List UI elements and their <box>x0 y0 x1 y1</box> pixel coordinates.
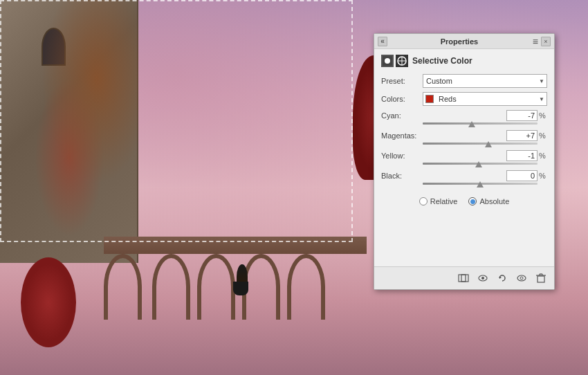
tree-foliage <box>21 257 76 347</box>
magentas-track[interactable] <box>423 143 538 145</box>
absolute-radio[interactable] <box>468 197 477 205</box>
relative-label: Relative <box>430 197 458 205</box>
reset-button[interactable] <box>495 271 510 286</box>
relative-option[interactable]: Relative <box>419 197 458 205</box>
magentas-thumb[interactable] <box>485 141 492 147</box>
svg-point-6 <box>481 277 484 280</box>
method-section: Relative Absolute <box>381 192 547 205</box>
selective-color-title: Selective Color <box>412 56 472 66</box>
colors-select-wrapper[interactable]: Reds Yellows Greens Cyans Blues Magentas… <box>423 92 547 106</box>
panel-title-left: « <box>378 37 387 46</box>
bridge-arch <box>152 254 190 320</box>
layer-icons <box>381 55 408 67</box>
magentas-track-container <box>381 143 547 145</box>
black-label: Black: <box>381 172 423 180</box>
magentas-label-row: Magentas: +7 % <box>381 130 547 141</box>
vine-overlay <box>0 0 138 263</box>
reset-icon <box>497 273 508 284</box>
relative-radio[interactable] <box>419 197 428 205</box>
svg-point-9 <box>520 277 523 280</box>
magentas-unit: % <box>539 131 547 140</box>
preset-select[interactable]: Custom <box>423 74 547 88</box>
eye-icon <box>477 273 488 284</box>
yellow-track[interactable] <box>423 163 538 165</box>
panel-toolbar <box>374 266 554 289</box>
panel-menu-button[interactable]: ≡ <box>533 36 538 47</box>
svg-rect-10 <box>538 276 544 282</box>
yellow-label-row: Yellow: -1 % <box>381 150 547 161</box>
cyan-track[interactable] <box>423 122 538 125</box>
black-value[interactable]: 0 <box>506 170 538 181</box>
clip-icon <box>458 273 469 284</box>
svg-rect-4 <box>461 275 468 282</box>
panel-title: Properties <box>441 37 478 46</box>
visibility-button[interactable] <box>475 271 490 286</box>
tree-left <box>21 257 76 361</box>
colors-label: Colors: <box>381 95 423 103</box>
black-track-container <box>381 183 547 185</box>
properties-panel: « Properties ≡ × Selective Color Preset: <box>374 33 555 290</box>
preview-button[interactable] <box>514 271 529 286</box>
preset-label: Preset: <box>381 77 423 85</box>
cyan-thumb[interactable] <box>468 121 475 127</box>
cyan-unit: % <box>539 111 547 120</box>
svg-rect-3 <box>459 275 466 282</box>
yellow-value[interactable]: -1 <box>506 150 538 161</box>
figure <box>235 264 249 295</box>
clip-to-layer-button[interactable] <box>456 271 471 286</box>
svg-point-8 <box>517 275 526 281</box>
cyan-label-row: Cyan: -7 % <box>381 110 547 121</box>
figure-cloak <box>233 282 248 295</box>
tower <box>0 0 138 263</box>
svg-point-1 <box>385 58 390 64</box>
panel-content: Selective Color Preset: Custom ▼ Colors:… <box>374 49 554 266</box>
cyan-slider-row: Cyan: -7 % <box>381 110 547 125</box>
selective-color-header: Selective Color <box>381 55 547 67</box>
absolute-option[interactable]: Absolute <box>468 197 509 205</box>
cyan-label: Cyan: <box>381 111 423 120</box>
trash-icon <box>535 273 546 284</box>
cyan-value-area: -7 % <box>423 110 547 121</box>
yellow-value-area: -1 % <box>423 150 547 161</box>
panel-titlebar: « Properties ≡ × <box>374 34 554 49</box>
colors-row: Colors: Reds Yellows Greens Cyans Blues … <box>381 92 547 106</box>
collapse-button[interactable]: « <box>378 37 387 46</box>
black-track[interactable] <box>423 183 538 185</box>
bridge-arch <box>104 254 142 320</box>
yellow-thumb[interactable] <box>475 161 482 167</box>
magentas-label: Magentas: <box>381 131 423 140</box>
colors-select[interactable]: Reds Yellows Greens Cyans Blues Magentas… <box>423 92 547 106</box>
cyan-value[interactable]: -7 <box>506 110 538 121</box>
bridge-arch <box>197 254 235 320</box>
yellow-slider-row: Yellow: -1 % <box>381 150 547 165</box>
preset-row: Preset: Custom ▼ <box>381 74 547 88</box>
panel-controls: ≡ × <box>531 36 551 47</box>
panel-spacer <box>381 205 547 261</box>
black-value-area: 0 % <box>423 170 547 181</box>
black-thumb[interactable] <box>477 181 484 188</box>
bridge-deck <box>104 237 367 254</box>
yellow-label: Yellow: <box>381 152 423 160</box>
magentas-slider-row: Magentas: +7 % <box>381 130 547 145</box>
close-button[interactable]: × <box>541 37 551 46</box>
preset-select-wrapper[interactable]: Custom ▼ <box>423 74 547 88</box>
magentas-value[interactable]: +7 <box>506 130 538 141</box>
bridge-arch <box>287 254 325 320</box>
magentas-value-area: +7 % <box>423 130 547 141</box>
adjustment-icon <box>396 55 408 67</box>
black-unit: % <box>539 172 547 180</box>
black-slider-row: Black: 0 % <box>381 170 547 185</box>
cyan-track-container <box>381 122 547 125</box>
layer-mask-icon <box>381 55 394 67</box>
black-label-row: Black: 0 % <box>381 170 547 181</box>
yellow-unit: % <box>539 152 547 160</box>
yellow-track-container <box>381 163 547 165</box>
preview-icon <box>516 273 527 284</box>
absolute-label: Absolute <box>479 197 509 205</box>
delete-button[interactable] <box>533 271 549 286</box>
